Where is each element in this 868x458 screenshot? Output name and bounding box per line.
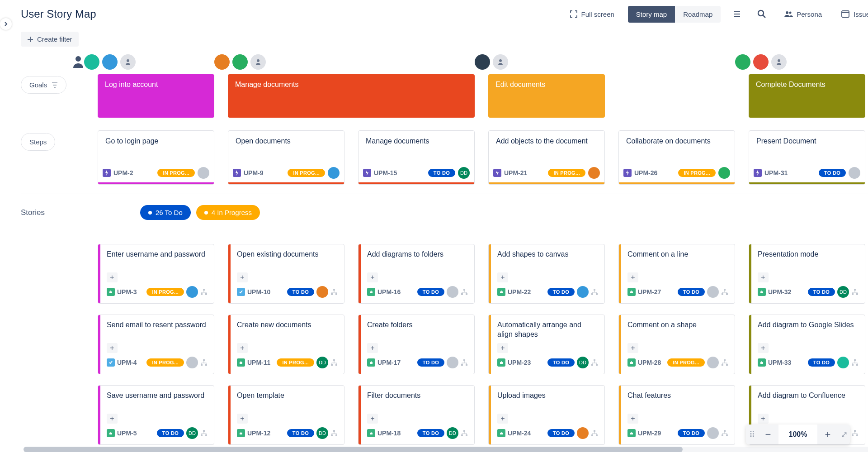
horizontal-scrollbar[interactable]: [24, 447, 868, 452]
story-title: Save username and password: [107, 391, 208, 414]
step-card[interactable]: Collaborate on documentsUPM-26IN PROG...: [618, 130, 735, 185]
issue-key: UPM-15: [374, 169, 397, 177]
add-tag-button[interactable]: +: [237, 414, 248, 424]
goal-card[interactable]: Manage documents: [228, 74, 475, 118]
story-title: Upload images: [497, 391, 598, 414]
story-card[interactable]: Create new documents+UPM-11IN PROG...DD: [228, 315, 344, 374]
story-title: Chat features: [627, 391, 728, 414]
story-title: Add diagrams to folders: [367, 250, 468, 272]
row-spacing-button[interactable]: [729, 6, 745, 22]
create-filter-button[interactable]: Create filter: [21, 32, 79, 47]
persona-avatar[interactable]: [735, 54, 750, 70]
step-title: Collaborate on documents: [619, 131, 735, 163]
hierarchy-icon: [461, 359, 468, 366]
zoom-drag-handle[interactable]: ⠿: [746, 425, 758, 444]
svg-point-2: [789, 12, 792, 14]
fullscreen-button[interactable]: Full screen: [564, 6, 620, 22]
persona-avatar[interactable]: [753, 54, 769, 70]
step-card[interactable]: Manage documentsUPM-15TO DODD: [358, 130, 475, 185]
story-card[interactable]: Upload images+UPM-24TO DO: [488, 385, 605, 445]
persona-avatar[interactable]: [214, 54, 230, 70]
story-card[interactable]: Enter username and password+UPM-3IN PROG…: [98, 244, 214, 304]
goal-card[interactable]: Complete Documents: [749, 74, 865, 118]
add-tag-button[interactable]: +: [367, 343, 378, 353]
zoom-control: ⠿ − 100% + ⤢: [746, 425, 850, 444]
step-card[interactable]: Present DocumentUPM-31TO DO: [749, 130, 865, 185]
add-persona-button[interactable]: [771, 54, 787, 70]
story-card[interactable]: Automatically arrange and align shapes+U…: [488, 315, 605, 374]
story-title: Send email to resent password: [107, 320, 208, 343]
step-title: Present Document: [749, 131, 865, 163]
persona-button[interactable]: Persona: [778, 7, 827, 22]
story-card[interactable]: Add diagrams to folders+UPM-16TO DO: [358, 244, 475, 304]
story-card[interactable]: Add diagram to Google Slides+UPM-33TO DO: [749, 315, 865, 374]
add-tag-button[interactable]: +: [367, 414, 378, 424]
add-tag-button[interactable]: +: [627, 343, 638, 353]
add-tag-button[interactable]: +: [107, 272, 118, 282]
story-card[interactable]: Open template+UPM-12TO DODD: [228, 385, 344, 445]
svg-rect-30: [240, 362, 242, 364]
add-tag-button[interactable]: +: [758, 272, 769, 282]
zoom-in-button[interactable]: +: [817, 425, 838, 444]
story-card[interactable]: Save username and password+UPM-5TO DODD: [98, 385, 214, 445]
assignee-avatar: [186, 286, 198, 298]
story-card[interactable]: Comment on a line+UPM-27TO DO: [618, 244, 735, 304]
persona-avatar[interactable]: [232, 54, 248, 70]
svg-rect-56: [591, 364, 593, 366]
add-tag-button[interactable]: +: [107, 343, 118, 353]
add-persona-button[interactable]: [493, 54, 508, 70]
story-card[interactable]: Comment on a shape+UPM-28IN PROG...: [618, 315, 735, 374]
story-card[interactable]: Create folders+UPM-17TO DO: [358, 315, 475, 374]
inprogress-count-pill[interactable]: 4 In Progress: [196, 205, 260, 220]
persona-avatar[interactable]: [102, 54, 118, 70]
issue-button[interactable]: Issue: [835, 6, 868, 22]
story-card[interactable]: Open existing documents+UPM-10TO DO: [228, 244, 344, 304]
goal-card[interactable]: Edit documents: [488, 74, 605, 118]
step-card[interactable]: Add objects to the documentUPM-21IN PROG…: [488, 130, 605, 185]
todo-count-pill[interactable]: 26 To Do: [140, 205, 191, 220]
story-card[interactable]: Send email to resent password+UPM-4IN PR…: [98, 315, 214, 374]
story-card[interactable]: Filter documents+UPM-18TO DODD: [358, 385, 475, 445]
svg-rect-57: [596, 364, 598, 366]
issue-key: UPM-28: [638, 359, 661, 366]
svg-rect-78: [760, 362, 763, 364]
goals-row-label[interactable]: Goals: [21, 76, 66, 94]
step-title: Add objects to the document: [489, 131, 604, 163]
svg-rect-43: [463, 359, 465, 361]
add-tag-button[interactable]: +: [627, 272, 638, 282]
epic-icon: [363, 169, 371, 177]
add-tag-button[interactable]: +: [107, 414, 118, 424]
add-persona-button[interactable]: [120, 54, 136, 70]
assignee-avatar: [707, 427, 719, 439]
persona-avatar[interactable]: [84, 54, 99, 70]
zoom-out-button[interactable]: −: [758, 425, 778, 444]
story-card[interactable]: Add shapes to canvas+UPM-22TO DO: [488, 244, 605, 304]
persona-avatar[interactable]: [475, 54, 490, 70]
svg-rect-26: [205, 434, 207, 436]
step-card[interactable]: Open documentsUPM-9IN PROG...: [228, 130, 344, 185]
expand-sidebar-button[interactable]: [0, 18, 12, 30]
add-tag-button[interactable]: +: [758, 414, 769, 424]
story-card[interactable]: Chat features+UPM-29TO DO: [618, 385, 735, 445]
add-tag-button[interactable]: +: [367, 272, 378, 282]
story-card[interactable]: Presentation mode+UPM-32TO DODD: [749, 244, 865, 304]
view-roadmap[interactable]: Roadmap: [675, 6, 721, 23]
add-persona-button[interactable]: [250, 54, 266, 70]
view-story-map[interactable]: Story map: [628, 6, 675, 23]
search-button[interactable]: [753, 5, 770, 23]
add-tag-button[interactable]: +: [497, 272, 508, 282]
add-tag-button[interactable]: +: [497, 414, 508, 424]
step-card[interactable]: Go to login pageUPM-2IN PROG...: [98, 130, 214, 185]
persona-group: [475, 54, 591, 70]
svg-rect-54: [500, 362, 503, 364]
add-tag-button[interactable]: +: [497, 343, 508, 353]
steps-row-label[interactable]: Steps: [21, 133, 55, 151]
add-tag-button[interactable]: +: [627, 414, 638, 424]
svg-rect-37: [335, 434, 337, 436]
step-title: Go to login page: [98, 131, 214, 163]
zoom-reset-handle[interactable]: ⤢: [838, 425, 850, 444]
add-tag-button[interactable]: +: [237, 343, 248, 353]
add-tag-button[interactable]: +: [237, 272, 248, 282]
add-tag-button[interactable]: +: [758, 343, 769, 353]
goal-card[interactable]: Log into account: [98, 74, 214, 118]
